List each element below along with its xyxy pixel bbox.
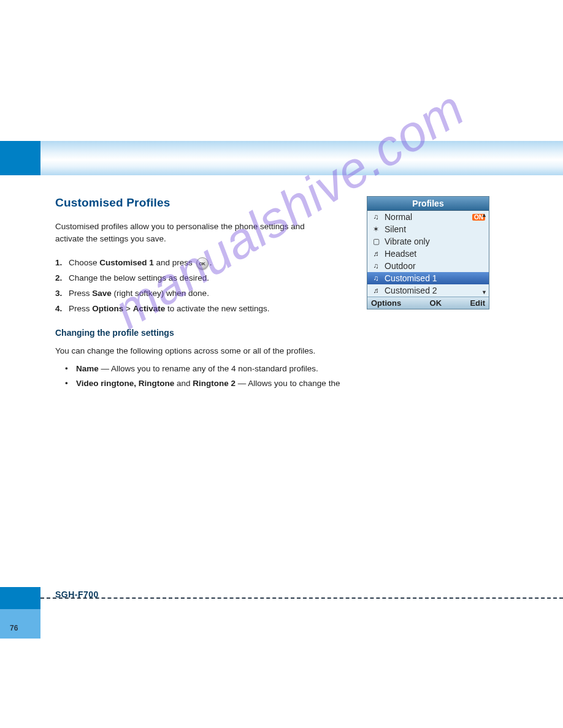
steps-list: 1. Choose Customised 1 and press OK. 2. … xyxy=(55,257,313,316)
step-number: 1. xyxy=(55,257,64,270)
phone-item-vibrate: ▢ Vibrate only xyxy=(367,235,489,248)
phone-item-outdoor: ♫ Outdoor xyxy=(367,260,489,272)
phone-item-silent: ✶ Silent xyxy=(367,223,489,235)
phone-item-label: Customised 1 xyxy=(385,273,437,283)
step-4: 4. Press Options > Activate to activate … xyxy=(55,303,313,316)
scroll-up-arrow-icon: ▲ xyxy=(481,212,487,218)
music-note-icon: ♫ xyxy=(371,213,381,221)
phone-item-headset: ♬ Headset xyxy=(367,248,489,260)
step-text: Press Options > Activate to activate the… xyxy=(69,303,270,316)
step-text: Change the below settings as desired. xyxy=(69,272,209,285)
step-number: 2. xyxy=(55,272,64,285)
phone-item-label: Customised 2 xyxy=(385,286,437,295)
bullet-item: • Name — Allows you to rename any of the… xyxy=(65,363,482,376)
subsection-intro: You can change the following options acr… xyxy=(55,345,472,357)
bullet-dot: • xyxy=(65,363,70,376)
header-gradient-bar xyxy=(0,141,563,175)
phone-profiles-list: ▲ ♫ Normal ON ✶ Silent ▢ Vibrate only ♬ … xyxy=(367,211,489,297)
step-number: 3. xyxy=(55,287,64,300)
bullet-dot: • xyxy=(65,377,70,390)
step-1: 1. Choose Customised 1 and press OK. xyxy=(55,257,313,270)
step-text: Choose Customised 1 and press OK. xyxy=(69,257,212,270)
music-notes-icon: ♬ xyxy=(371,286,381,295)
softkey-right: Edit xyxy=(470,298,485,308)
phone-item-customised-2: ♬ Customised 2 xyxy=(367,284,489,297)
softkey-center: OK xyxy=(430,298,442,308)
step-text: Press Save (right softkey) when done. xyxy=(69,287,209,300)
vibrate-icon: ▢ xyxy=(371,237,381,246)
phone-item-normal: ♫ Normal ON xyxy=(367,211,489,223)
phone-item-customised-1: ♫ Customised 1 xyxy=(367,272,489,284)
music-note-icon: ♫ xyxy=(371,262,381,270)
phone-softkey-bar: Options OK Edit xyxy=(367,297,489,309)
page-number: 76 xyxy=(10,624,18,632)
step-number: 4. xyxy=(55,303,64,316)
phone-item-label: Silent xyxy=(385,224,406,234)
bullet-list: • Name — Allows you to rename any of the… xyxy=(65,363,482,390)
softkey-left: Options xyxy=(371,298,401,308)
bullet-text: Video ringtone, Ringtone and Ringtone 2 … xyxy=(76,377,340,390)
step-2: 2. Change the below settings as desired. xyxy=(55,272,313,285)
footer-accent-block xyxy=(0,587,40,609)
subsection-title: Changing the profile settings xyxy=(55,328,538,338)
scroll-down-arrow-icon: ▼ xyxy=(481,289,487,295)
main-content: Customised Profiles Customised profiles … xyxy=(55,196,538,392)
footer-accent-block-light xyxy=(0,609,40,639)
footer-model-label: SGH-F700 xyxy=(55,590,99,599)
headset-icon: ♬ xyxy=(371,249,381,258)
bullet-text: Name — Allows you to rename any of the 4… xyxy=(76,363,318,376)
phone-title-bar: Profiles xyxy=(367,197,489,211)
section-intro: Customised profiles allow you to persona… xyxy=(55,221,313,245)
music-note-icon: ♫ xyxy=(371,274,381,282)
phone-screenshot: Profiles ▲ ♫ Normal ON ✶ Silent ▢ Vibrat… xyxy=(367,196,489,309)
footer-dashed-rule xyxy=(40,597,563,599)
phone-item-label: Outdoor xyxy=(385,261,416,271)
phone-item-label: Normal xyxy=(385,212,412,222)
phone-item-label: Vibrate only xyxy=(385,237,430,246)
bullet-item: • Video ringtone, Ringtone and Ringtone … xyxy=(65,377,482,390)
header-accent-block xyxy=(0,141,40,175)
phone-item-label: Headset xyxy=(385,249,416,259)
ok-button-icon: OK xyxy=(196,257,209,270)
step-3: 3. Press Save (right softkey) when done. xyxy=(55,287,313,300)
silent-icon: ✶ xyxy=(371,225,381,233)
